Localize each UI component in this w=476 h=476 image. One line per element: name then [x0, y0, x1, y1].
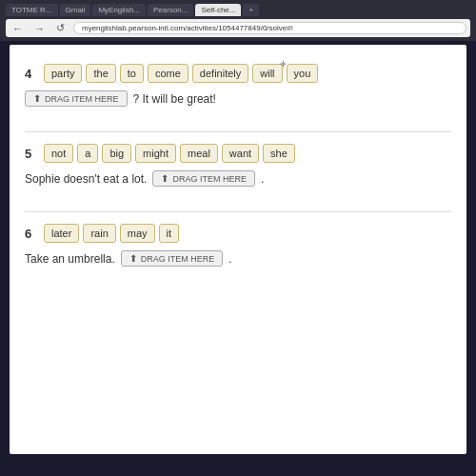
exercise-6-drag-zone[interactable]: ⬆ DRAG ITEM HERE: [121, 250, 224, 267]
drag-icon-4: ⬆: [33, 93, 41, 104]
exercise-5-period: .: [261, 172, 264, 186]
exercise-4-number: 4: [25, 67, 40, 81]
tab-selfcheck[interactable]: Self-che...: [195, 4, 241, 16]
exercise-5-sentence-before: Sophie doesn't eat a lot.: [25, 172, 147, 186]
exercise-6-sentence-before: Take an umbrella.: [25, 252, 115, 266]
word-it[interactable]: it: [159, 224, 180, 243]
exercise-4-drag-zone[interactable]: ⬆ DRAG ITEM HERE: [25, 90, 128, 107]
word-to[interactable]: to: [120, 64, 144, 83]
nav-bar: ← → ↺ myenglishlab.pearson-intl.com/acti…: [6, 19, 470, 37]
exercise-6-drag-label: DRAG ITEM HERE: [141, 254, 215, 264]
exercise-4-sentence-text: ? It will be great!: [133, 92, 216, 106]
word-come[interactable]: come: [148, 64, 188, 83]
exercise-4-sentence: ⬆ DRAG ITEM HERE ? It will be great!: [25, 90, 451, 107]
word-might[interactable]: might: [135, 144, 176, 163]
exercise-5-sentence: Sophie doesn't eat a lot. ⬆ DRAG ITEM HE…: [25, 170, 451, 187]
browser-chrome: TOTME R... Gmail MyEnglish... Pearson...…: [0, 0, 476, 41]
exercise-4-drag-label: DRAG ITEM HERE: [45, 94, 119, 104]
exercise-6-number: 6: [25, 227, 40, 241]
exercise-6: 6 later rain may it Take an umbrella. ⬆ …: [25, 216, 451, 274]
word-the[interactable]: the: [86, 64, 115, 83]
word-rain[interactable]: rain: [83, 224, 115, 243]
tab-new[interactable]: +: [243, 4, 259, 16]
drag-icon-6: ⬆: [129, 253, 137, 264]
page-content: 4 party the to come definitely will you …: [10, 45, 466, 454]
exercise-4-words-row: 4 party the to come definitely will you: [25, 64, 451, 83]
exercise-6-words-row: 6 later rain may it: [25, 224, 451, 243]
word-not[interactable]: not: [44, 144, 73, 163]
word-party[interactable]: party: [44, 64, 82, 83]
tab-myenglish[interactable]: MyEnglish...: [92, 4, 146, 16]
tab-bar: TOTME R... Gmail MyEnglish... Pearson...…: [6, 4, 470, 16]
exercise-5-drag-label: DRAG ITEM HERE: [172, 174, 247, 184]
forward-button[interactable]: →: [31, 23, 48, 34]
exercise-6-sentence: Take an umbrella. ⬆ DRAG ITEM HERE .: [25, 250, 451, 267]
word-you[interactable]: you: [287, 64, 319, 83]
word-later[interactable]: later: [44, 224, 79, 243]
separator-5-6: [25, 211, 451, 212]
word-will[interactable]: will: [252, 64, 282, 83]
word-meal[interactable]: meal: [180, 144, 218, 163]
exercise-5-number: 5: [25, 147, 40, 161]
word-want[interactable]: want: [222, 144, 259, 163]
tab-totme[interactable]: TOTME R...: [6, 4, 58, 16]
reload-button[interactable]: ↺: [53, 22, 68, 34]
drag-icon-5: ⬆: [161, 173, 169, 184]
word-may[interactable]: may: [120, 224, 155, 243]
tab-pearson[interactable]: Pearson...: [148, 4, 193, 16]
word-a[interactable]: a: [77, 144, 98, 163]
address-bar[interactable]: myenglishlab.pearson-intl.com/activities…: [73, 22, 466, 34]
word-big[interactable]: big: [102, 144, 131, 163]
back-button[interactable]: ←: [10, 23, 26, 34]
exercise-5: 5 not a big might meal want she Sophie d…: [25, 136, 451, 194]
word-she[interactable]: she: [263, 144, 295, 163]
separator-4-5: [25, 131, 451, 132]
exercise-6-period: .: [228, 252, 231, 266]
word-definitely[interactable]: definitely: [192, 64, 248, 83]
tab-gmail[interactable]: Gmail: [60, 4, 91, 16]
exercise-5-words-row: 5 not a big might meal want she: [25, 144, 451, 163]
exercise-4: 4 party the to come definitely will you …: [25, 56, 451, 114]
exercise-5-drag-zone[interactable]: ⬆ DRAG ITEM HERE: [152, 170, 255, 187]
